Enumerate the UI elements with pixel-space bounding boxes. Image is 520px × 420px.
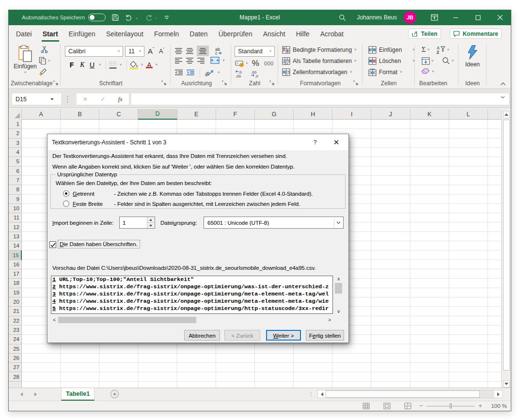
bold-button[interactable]: F xyxy=(66,61,77,69)
undo-dropdown-icon[interactable]: ⌄ xyxy=(135,16,139,20)
save-button[interactable] xyxy=(111,14,119,21)
horizontal-scroll-thumb[interactable] xyxy=(326,390,480,398)
column-header[interactable]: L xyxy=(449,109,488,120)
row-header[interactable]: 20 xyxy=(9,297,22,307)
row-header[interactable]: 3 xyxy=(9,139,22,148)
select-all-corner[interactable] xyxy=(9,109,22,120)
borders-button[interactable] xyxy=(109,61,117,69)
next-button[interactable]: Weiter > xyxy=(266,330,301,341)
ribbon-tab[interactable]: Acrobat xyxy=(315,25,349,42)
font-name-combobox[interactable]: Calibri ˅ xyxy=(65,46,123,57)
scroll-up-button[interactable] xyxy=(503,111,510,118)
column-header[interactable]: J xyxy=(371,109,410,120)
row-header[interactable]: 18 xyxy=(9,279,22,288)
formula-bar-expand-icon[interactable] xyxy=(501,96,505,99)
start-row-spinner[interactable]: 1 xyxy=(119,217,155,229)
preview-horizontal-scrollbar[interactable]: < > xyxy=(51,316,333,324)
fixed-width-radio[interactable] xyxy=(63,201,69,207)
column-header[interactable]: B xyxy=(61,109,99,120)
column-header[interactable]: E xyxy=(177,109,216,120)
preview-vertical-scrollbar[interactable]: ∧ ∨ xyxy=(334,276,343,315)
search-button[interactable] xyxy=(332,10,352,25)
row-header[interactable]: 4 xyxy=(9,148,22,157)
row-header[interactable]: 9 xyxy=(9,195,22,204)
ribbon-tab[interactable]: Seitenlayout xyxy=(101,25,149,42)
back-button[interactable]: < Zurück xyxy=(224,330,260,341)
sort-filter-button[interactable]: A Z xyxy=(437,46,445,54)
page-break-view-button[interactable] xyxy=(404,403,411,409)
headers-checkbox[interactable] xyxy=(49,241,56,248)
italic-button[interactable]: K xyxy=(77,61,88,69)
find-select-dropdown-icon[interactable]: ˅ xyxy=(452,59,454,63)
percent-style-button[interactable]: % xyxy=(252,59,259,68)
zoom-slider[interactable] xyxy=(426,402,475,410)
orientation-dropdown-icon[interactable]: ˅ xyxy=(218,71,220,75)
file-origin-combobox[interactable]: 65001 : Unicode (UTF-8) xyxy=(204,217,344,229)
delimited-radio[interactable] xyxy=(63,190,69,197)
undo-button[interactable]: ⌄ xyxy=(125,14,139,21)
ribbon-tab[interactable]: Ansicht xyxy=(258,25,291,42)
file-origin-dropdown-icon[interactable] xyxy=(334,218,342,227)
increase-indent-button[interactable] xyxy=(186,69,195,76)
row-header[interactable]: 23 xyxy=(9,326,22,335)
shrink-font-button[interactable]: Aˇ xyxy=(159,47,164,55)
column-header[interactable]: C xyxy=(99,109,138,120)
underline-dropdown-icon[interactable]: ˅ xyxy=(96,63,103,67)
row-header[interactable]: 26 xyxy=(9,354,22,363)
spin-up-button[interactable] xyxy=(147,217,154,223)
autosave-control[interactable]: Automatisches Speichern xyxy=(22,14,106,21)
preview-scroll-down-icon[interactable]: ∨ xyxy=(334,308,343,315)
font-color-button[interactable]: A xyxy=(145,61,153,69)
align-bottom-button[interactable] xyxy=(197,46,209,56)
minimize-button[interactable] xyxy=(444,10,467,25)
row-header[interactable]: 27 xyxy=(9,363,22,372)
ribbon-tab[interactable]: Datei xyxy=(11,25,37,42)
dialog-help-button[interactable]: ? xyxy=(307,134,323,150)
headers-checkbox-label[interactable]: Die Daten haben Überschriften. xyxy=(58,240,140,249)
delete-cells-button[interactable]: Löschen ˅ xyxy=(368,57,415,65)
zoom-in-button[interactable]: + xyxy=(477,402,484,409)
ideas-button[interactable]: Ideen xyxy=(458,45,487,68)
format-painter-button[interactable] xyxy=(39,67,48,77)
normal-view-button[interactable] xyxy=(362,403,370,409)
name-box[interactable]: D15 xyxy=(12,93,61,105)
zoom-slider-knob[interactable] xyxy=(450,404,452,408)
row-header[interactable]: 11 xyxy=(9,213,22,222)
column-header[interactable]: K xyxy=(410,109,449,120)
share-button[interactable]: Teilen xyxy=(408,29,441,39)
row-header[interactable]: 15 xyxy=(9,250,22,260)
redo-dropdown-icon[interactable]: ⌄ xyxy=(154,16,158,20)
row-header[interactable]: 17 xyxy=(9,269,22,279)
horizontal-scrollbar[interactable] xyxy=(317,390,503,398)
dialog-title-bar[interactable]: Textkonvertierungs-Assistent - Schritt 1… xyxy=(47,134,348,150)
comments-button[interactable]: Kommentare xyxy=(450,29,502,39)
row-header[interactable]: 16 xyxy=(9,260,22,269)
zoom-out-button[interactable]: − xyxy=(418,402,425,409)
insert-cells-button[interactable]: Einfügen ˅ xyxy=(368,46,415,54)
redo-button[interactable]: ⌄ xyxy=(144,14,158,21)
zoom-level[interactable]: 100 % xyxy=(484,403,507,409)
ribbon-tab[interactable]: Daten xyxy=(184,25,213,42)
styles-dialog-launcher[interactable] xyxy=(353,80,359,86)
vertical-scrollbar[interactable] xyxy=(501,109,511,389)
underline-button[interactable]: U xyxy=(88,61,96,69)
wrap-text-button[interactable]: ab c xyxy=(215,47,224,55)
copy-button[interactable]: ˅ xyxy=(39,57,50,65)
formula-bar-grip[interactable] xyxy=(67,95,68,103)
cell-styles-button[interactable]: Zellenformatvorlagen ˅ xyxy=(282,68,352,76)
close-button[interactable] xyxy=(489,10,511,25)
preview-vscroll-thumb[interactable] xyxy=(335,283,342,294)
row-header[interactable]: 28 xyxy=(9,372,22,381)
autosave-toggle[interactable] xyxy=(88,14,106,21)
conditional-formatting-button[interactable]: Bedingte Formatierung ˅ xyxy=(282,46,357,54)
comma-style-button[interactable]: 000 xyxy=(264,61,274,66)
scroll-right-button[interactable] xyxy=(494,390,502,398)
row-header[interactable]: 6 xyxy=(9,167,22,176)
row-header[interactable]: 14 xyxy=(9,241,22,250)
fill-button[interactable] xyxy=(422,57,430,65)
increase-decimal-button[interactable]: ,0 ,00 xyxy=(235,70,246,78)
number-dialog-launcher[interactable] xyxy=(269,80,275,86)
alignment-dialog-launcher[interactable] xyxy=(222,80,228,86)
preview-scroll-right-icon[interactable]: > xyxy=(326,316,333,324)
font-color-dropdown-icon[interactable]: ˅ xyxy=(153,63,160,67)
